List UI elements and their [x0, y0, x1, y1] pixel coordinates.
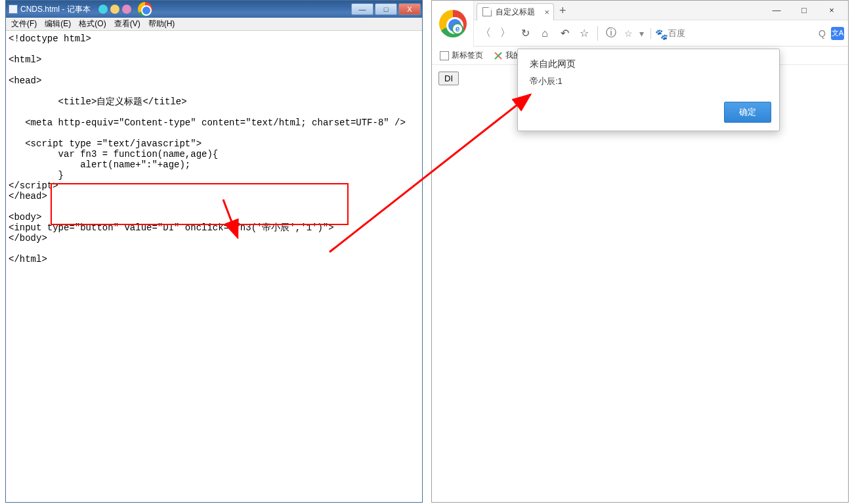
code-before: <!doctype html> <html> <head> <title>自定义…: [9, 33, 406, 149]
x-icon: [494, 51, 503, 60]
search-area: 🐾: [650, 28, 817, 39]
menu-view[interactable]: 查看(V): [110, 18, 144, 30]
browser-tab[interactable]: 自定义标题 ×: [477, 3, 554, 20]
nav-back-icon[interactable]: 〈: [477, 24, 495, 43]
menu-edit[interactable]: 编辑(E): [41, 18, 75, 30]
notepad-window-controls: — □ X: [350, 3, 421, 15]
alert-title: 来自此网页: [518, 49, 779, 73]
tool-icon-c: [122, 5, 131, 14]
notepad-menubar: 文件(F) 编辑(E) 格式(O) 查看(V) 帮助(H): [6, 18, 422, 31]
toolbar-right-icons: Q 文A: [819, 27, 848, 40]
tool-icon-a: [98, 5, 108, 14]
minimize-button[interactable]: —: [351, 3, 373, 15]
search-glass-icon[interactable]: Q: [819, 28, 826, 39]
titlebar-extra-icons: [98, 2, 152, 16]
alert-button-row: 确定: [518, 98, 779, 131]
notepad-content[interactable]: <!doctype html> <html> <head> <title>自定义…: [6, 31, 422, 502]
chrome-icon: [138, 2, 152, 16]
menu-help[interactable]: 帮助(H): [144, 18, 179, 30]
search-input[interactable]: [668, 28, 817, 38]
menu-format[interactable]: 格式(O): [75, 18, 110, 30]
nav-home-icon[interactable]: ⌂: [536, 24, 554, 43]
alert-dialog: 来自此网页 帝小辰:1 确定: [517, 49, 780, 131]
browser-logo[interactable]: e: [432, 1, 474, 47]
annotation-red-box: [51, 183, 349, 225]
chrome-logo-icon: [439, 10, 467, 37]
nav-refresh-icon[interactable]: ↻: [516, 24, 534, 43]
tab-title: 自定义标题: [496, 7, 535, 18]
translate-icon[interactable]: 文A: [831, 27, 844, 40]
new-tab-button[interactable]: +: [559, 4, 566, 18]
browser-toolbar: 〈 〉 ↻ ⌂ ↶ ☆ ⓘ ☆ ▾ 🐾 Q 文A: [432, 20, 848, 47]
browser-titlebar: 自定义标题 × + — □ ×: [432, 1, 848, 20]
alert-ok-button[interactable]: 确定: [724, 102, 771, 123]
maximize-button[interactable]: □: [790, 1, 818, 20]
bookmark-label: 新标签页: [452, 50, 483, 61]
chrome-e-badge: e: [452, 23, 463, 35]
addr-star-icon[interactable]: ☆: [624, 28, 633, 39]
page-icon: [482, 7, 492, 16]
baidu-paw-icon: 🐾: [655, 28, 666, 39]
addr-dropdown-icon[interactable]: ▾: [639, 28, 644, 39]
browser-window-controls: — □ ×: [763, 1, 848, 20]
menu-file[interactable]: 文件(F): [7, 18, 41, 30]
nav-undo-icon[interactable]: ↶: [555, 24, 574, 43]
page-icon: [440, 51, 449, 60]
site-info-icon[interactable]: ⓘ: [602, 24, 620, 43]
close-button[interactable]: ×: [818, 1, 845, 20]
maximize-button[interactable]: □: [375, 3, 397, 15]
close-button[interactable]: X: [398, 3, 421, 15]
notepad-title: CNDS.html - 记事本: [20, 4, 91, 15]
nav-bookmark-icon[interactable]: ☆: [575, 24, 593, 43]
minimize-button[interactable]: —: [763, 1, 790, 20]
toolbar-separator: [597, 26, 598, 41]
notepad-window: CNDS.html - 记事本 — □ X 文件(F) 编辑(E) 格式(O) …: [5, 0, 423, 503]
bookmark-item-newtab[interactable]: 新标签页: [436, 50, 487, 61]
code-highlight: var fn3 = function(name,age){ alert(name…: [9, 149, 218, 180]
nav-forward-icon[interactable]: 〉: [496, 24, 515, 43]
tab-close-icon[interactable]: ×: [544, 7, 549, 17]
notepad-titlebar[interactable]: CNDS.html - 记事本 — □ X: [6, 1, 422, 18]
alert-message: 帝小辰:1: [518, 73, 779, 98]
di-button[interactable]: DI: [438, 72, 459, 85]
tool-icon-b: [110, 5, 119, 14]
notepad-app-icon: [9, 5, 18, 14]
